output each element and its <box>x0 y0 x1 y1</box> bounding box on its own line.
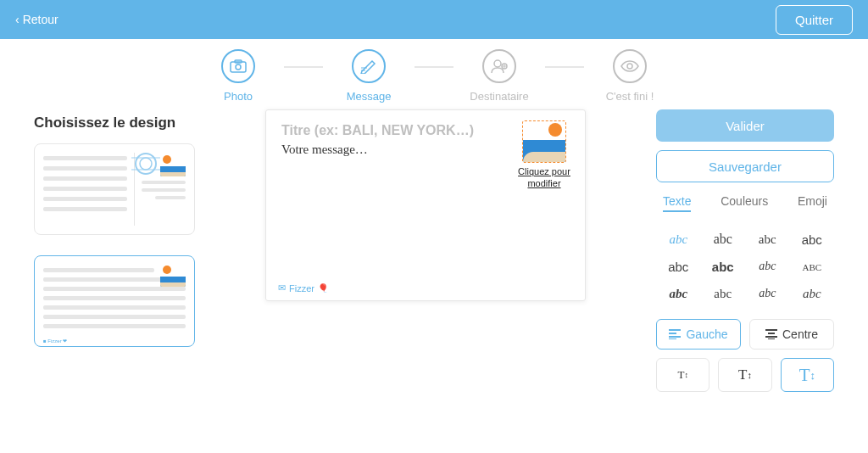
brand-label: Fizzer <box>289 283 314 294</box>
font-option[interactable]: abc <box>701 280 746 307</box>
stepper: Photo Message Destinataire C'est fini ! <box>0 49 868 103</box>
step-connector <box>284 66 323 68</box>
postcard: Cliquez pour modifier ✉ Fizzer 🎈 <box>265 109 586 301</box>
design-picker: Choisissez le design ■ Fizzer ❤ <box>34 109 195 392</box>
stamp-button[interactable]: Cliquez pour modifier <box>517 120 571 190</box>
design-address <box>142 153 186 226</box>
title-input[interactable] <box>280 122 517 139</box>
brand: ✉ Fizzer 🎈 <box>278 282 328 294</box>
step-done[interactable]: C'est fini ! <box>589 49 670 103</box>
size-large-button[interactable]: T↕ <box>781 358 834 392</box>
font-option[interactable]: abc <box>790 280 835 307</box>
align-center-button[interactable]: Centre <box>749 319 834 350</box>
font-option[interactable]: abc <box>745 226 790 253</box>
envelope-icon: ✉ <box>278 282 286 294</box>
step-connector <box>545 66 584 68</box>
align-center-label: Centre <box>782 327 818 341</box>
svg-rect-0 <box>231 62 246 72</box>
step-label: Destinataire <box>470 90 528 103</box>
step-recipient[interactable]: Destinataire <box>459 49 540 103</box>
svg-point-6 <box>136 154 156 174</box>
save-button[interactable]: Sauvegarder <box>656 150 834 182</box>
font-option[interactable]: abc <box>656 280 701 307</box>
font-grid: abcabcabcabcabcabcabcabcabcabcabcabc <box>656 226 834 307</box>
pen-icon <box>352 49 386 83</box>
back-button[interactable]: ‹ Retour <box>15 13 58 26</box>
save-label: Sauvegarder <box>709 159 782 174</box>
back-label: Retour <box>23 13 58 26</box>
step-photo[interactable]: Photo <box>198 49 279 103</box>
font-option[interactable]: abc <box>701 226 746 253</box>
tab-emoji[interactable]: Emoji <box>798 194 827 212</box>
style-tabs: Texte Couleurs Emoji <box>656 194 834 212</box>
validate-label: Valider <box>726 119 765 133</box>
quit-button[interactable]: Quitter <box>776 5 853 35</box>
design-lines <box>43 153 127 226</box>
svg-point-3 <box>494 60 501 67</box>
size-small-button[interactable]: T↕ <box>656 358 709 392</box>
svg-point-1 <box>236 64 241 70</box>
design-picker-title: Choisissez le design <box>34 115 195 131</box>
camera-icon <box>221 49 255 83</box>
balloon-icon: 🎈 <box>318 283 328 293</box>
top-bar: ‹ Retour Quitter <box>0 0 868 39</box>
font-option[interactable]: abc <box>790 253 835 280</box>
size-medium-button[interactable]: T↕ <box>718 358 771 392</box>
user-plus-icon <box>482 49 516 83</box>
message-input[interactable] <box>280 141 500 243</box>
align-center-icon <box>765 329 777 339</box>
align-left-button[interactable]: Gauche <box>656 319 741 350</box>
brand-mini: ■ Fizzer ❤ <box>43 338 67 344</box>
font-option[interactable]: abc <box>790 226 835 253</box>
font-option[interactable]: abc <box>701 253 746 280</box>
tab-text[interactable]: Texte <box>663 194 691 212</box>
tools-panel: Valider Sauvegarder Texte Couleurs Emoji… <box>656 109 834 392</box>
step-message[interactable]: Message <box>328 49 409 103</box>
svg-point-5 <box>627 64 632 69</box>
postmark-icon <box>131 149 160 178</box>
stamp-label: Cliquez pour modifier <box>517 166 571 190</box>
font-option[interactable]: abc <box>656 226 701 253</box>
stamp-icon <box>522 120 566 163</box>
align-left-label: Gauche <box>686 327 727 341</box>
eye-icon <box>613 49 647 83</box>
step-connector <box>415 66 453 68</box>
font-option[interactable]: abc <box>745 280 790 307</box>
stamp-thumb <box>160 265 186 287</box>
font-option[interactable]: abc <box>656 253 701 280</box>
design-option-full[interactable]: ■ Fizzer ❤ <box>34 255 195 347</box>
svg-point-7 <box>140 158 152 170</box>
stamp-thumb <box>160 154 186 176</box>
validate-button[interactable]: Valider <box>656 109 834 142</box>
step-label: Photo <box>224 90 253 103</box>
font-option[interactable]: abc <box>745 253 790 280</box>
step-label: Message <box>347 90 392 103</box>
align-left-icon <box>669 329 681 339</box>
postcard-editor: Cliquez pour modifier ✉ Fizzer 🎈 <box>215 109 636 392</box>
chevron-left-icon: ‹ <box>15 13 19 26</box>
quit-label: Quitter <box>795 13 833 27</box>
step-label: C'est fini ! <box>606 90 654 103</box>
design-option-split[interactable] <box>34 143 195 235</box>
tab-colors[interactable]: Couleurs <box>721 194 768 212</box>
